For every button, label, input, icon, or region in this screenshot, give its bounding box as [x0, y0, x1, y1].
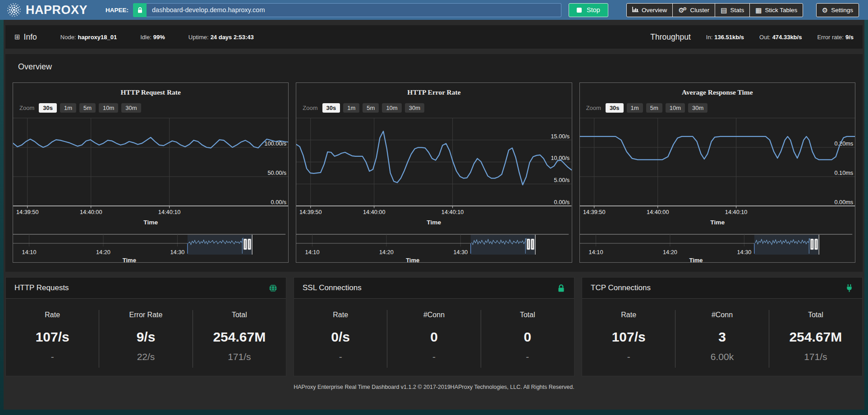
column-sub: 6.00k	[675, 351, 768, 362]
svg-text:14:40:10: 14:40:10	[158, 209, 181, 215]
stats-icon: ▤	[721, 7, 727, 14]
top-navbar: HAPROXY HAPEE: Stop Overview ⚙⚙ Cluster …	[0, 0, 868, 20]
stop-label: Stop	[587, 6, 600, 14]
svg-text:0.00/s: 0.00/s	[271, 199, 287, 205]
card-title: SSL Connections	[303, 283, 362, 292]
card-column: #Conn36.00k	[675, 310, 768, 368]
column-value: 0	[387, 329, 480, 345]
zoom-button-5m[interactable]: 5m	[646, 103, 662, 113]
chart-panel: HTTP Request RateZoom30s1m5m10m30m14:39:…	[13, 82, 289, 263]
column-value: 107/s	[6, 329, 99, 345]
card-header: SSL Connections	[294, 278, 574, 299]
address-input[interactable]	[147, 3, 561, 17]
svg-text:14:40:00: 14:40:00	[80, 209, 102, 215]
zoom-row: Zoom30s1m5m10m30m	[586, 103, 855, 113]
cluster-label: Cluster	[690, 7, 710, 14]
uptime-stat: Uptime:24 days 2:53:43	[188, 34, 254, 41]
gear-icon: ⚙	[822, 7, 828, 14]
svg-text:14:40:00: 14:40:00	[363, 209, 386, 215]
column-value: 9/s	[99, 329, 192, 345]
chart-title: HTTP Request Rate	[13, 88, 288, 96]
svg-text:14:40:00: 14:40:00	[647, 209, 669, 215]
cards-row: HTTP RequestsRate107/s-Error Rate9/s22/s…	[5, 277, 863, 376]
range-time-label: Time	[580, 257, 813, 263]
card-column: Total0-	[481, 310, 574, 368]
svg-text:0.20ms: 0.20ms	[834, 141, 853, 147]
card-tcp-connections: TCP ConnectionsRate107/s-#Conn36.00kTota…	[582, 277, 863, 376]
series-line	[296, 131, 571, 185]
svg-text:Time: Time	[143, 219, 158, 226]
stick-tables-label: Stick Tables	[765, 7, 797, 14]
line-chart-svg[interactable]: 14:39:5014:40:0014:40:10100.00/s50.00/s0…	[13, 116, 288, 227]
column-value: 0	[481, 329, 574, 345]
y-axis-labels: 100.00/s50.00/s0.00/s	[264, 141, 286, 205]
throughput-title: Throughput	[650, 32, 691, 42]
range-selector-svg[interactable]: 14:1014:2014:30	[580, 234, 855, 256]
lock-icon	[133, 3, 147, 17]
y-axis-labels: 0.20ms0.10ms0.00ms	[834, 141, 853, 205]
range-selector-svg[interactable]: 14:1014:2014:30	[13, 234, 288, 256]
card-title: HTTP Requests	[14, 283, 69, 292]
svg-text:14:40:10: 14:40:10	[725, 209, 748, 215]
zoom-button-30m[interactable]: 30m	[688, 103, 707, 113]
address-bar	[133, 3, 561, 17]
zoom-button-10m[interactable]: 10m	[666, 103, 685, 113]
throughput-out: Out:474.33kb/s	[759, 34, 802, 41]
zoom-row: Zoom30s1m5m10m30m	[19, 103, 288, 113]
zoom-label: Zoom	[586, 105, 601, 111]
svg-text:14:39:50: 14:39:50	[299, 209, 322, 215]
cluster-button[interactable]: ⚙⚙ Cluster	[672, 3, 715, 17]
zoom-label: Zoom	[19, 105, 34, 111]
zoom-button-5m[interactable]: 5m	[363, 103, 379, 113]
column-value: 254.67M	[769, 329, 862, 345]
stop-button[interactable]: Stop	[569, 3, 608, 17]
column-value: 254.67M	[193, 329, 286, 345]
overview-button[interactable]: Overview	[626, 3, 673, 17]
column-sub: -	[387, 351, 480, 362]
svg-text:0.00ms: 0.00ms	[834, 199, 853, 205]
card-title: TCP Connections	[591, 283, 651, 292]
line-chart-svg[interactable]: 14:39:5014:40:0014:40:1015.00/s10.00/s5.…	[296, 116, 571, 227]
svg-text:14:30: 14:30	[737, 249, 751, 255]
zoom-button-1m[interactable]: 1m	[60, 103, 76, 113]
svg-text:Time: Time	[427, 219, 441, 226]
line-chart-svg[interactable]: 14:39:5014:40:0014:40:100.20ms0.10ms0.00…	[580, 116, 855, 227]
zoom-button-30s[interactable]: 30s	[606, 103, 624, 113]
zoom-button-30s[interactable]: 30s	[322, 103, 340, 113]
column-sub: -	[582, 351, 675, 362]
info-title: ⊞ Info	[14, 32, 37, 42]
zoom-button-5m[interactable]: 5m	[79, 103, 96, 113]
zoom-button-10m[interactable]: 10m	[382, 103, 401, 113]
overview-section: Overview HTTP Request RateZoom30s1m5m10m…	[5, 54, 863, 272]
zoom-button-1m[interactable]: 1m	[627, 103, 643, 113]
settings-button[interactable]: ⚙ Settings	[816, 3, 859, 17]
throughput-group: Throughput In:136.51kb/s Out:474.33kb/s …	[650, 32, 854, 42]
charts-row: HTTP Request RateZoom30s1m5m10m30m14:39:…	[13, 82, 855, 263]
column-label: Total	[481, 311, 574, 319]
zoom-button-30m[interactable]: 30m	[405, 103, 424, 113]
expand-icon[interactable]: ⊞	[14, 33, 20, 41]
y-axis-labels: 15.00/s10.00/s5.00/s0.00/s	[551, 133, 570, 205]
stats-button[interactable]: ▤ Stats	[715, 3, 750, 17]
zoom-button-30s[interactable]: 30s	[39, 103, 57, 113]
stats-label: Stats	[730, 7, 744, 14]
card-http-requests: HTTP RequestsRate107/s-Error Rate9/s22/s…	[5, 277, 286, 376]
card-column: Rate107/s-	[582, 310, 675, 368]
zoom-button-10m[interactable]: 10m	[99, 103, 118, 113]
svg-text:15.00/s: 15.00/s	[551, 133, 570, 140]
card-ssl-connections: SSL ConnectionsRate0/s-#Conn0-Total0-	[294, 277, 574, 376]
card-column: #Conn0-	[387, 310, 480, 368]
column-value: 107/s	[582, 329, 675, 345]
stick-tables-button[interactable]: ▦ Stick Tables	[749, 3, 803, 17]
info-bar: ⊞ Info Node:haproxy18_01 Idle:99% Uptime…	[5, 25, 863, 49]
zoom-label: Zoom	[303, 105, 317, 111]
card-header: HTTP Requests	[6, 278, 286, 299]
column-sub: 171/s	[193, 351, 286, 362]
stop-icon	[577, 8, 582, 13]
range-selector-svg[interactable]: 14:1014:2014:30	[296, 234, 571, 256]
svg-text:14:39:50: 14:39:50	[16, 209, 39, 215]
column-sub: -	[294, 351, 387, 362]
zoom-button-30m[interactable]: 30m	[121, 103, 141, 113]
zoom-button-1m[interactable]: 1m	[343, 103, 359, 113]
globe-icon	[269, 284, 277, 292]
